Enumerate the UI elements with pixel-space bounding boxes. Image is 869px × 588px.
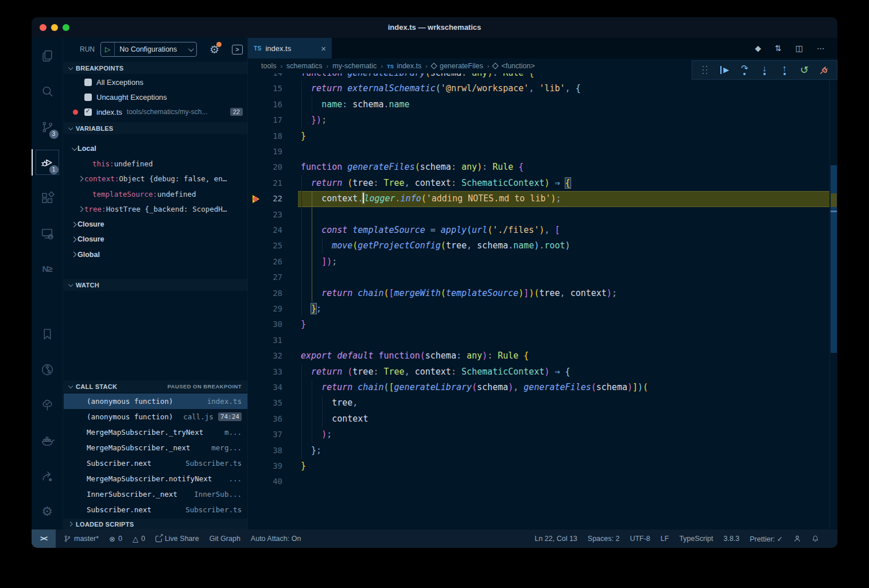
- code-line-36[interactable]: 36context: [248, 411, 837, 427]
- remote-indicator[interactable]: ><: [32, 529, 56, 548]
- breadcrumb-item[interactable]: generateFiles: [432, 62, 483, 70]
- activity-remote-explorer-icon[interactable]: [32, 216, 63, 251]
- editor-scrollbar[interactable]: [829, 59, 837, 529]
- variable-row-this[interactable]: this: undefined: [64, 156, 247, 171]
- debug-console-icon[interactable]: >: [232, 45, 243, 54]
- code-line-25[interactable]: 25move(getProjectConfig(tree, schema.nam…: [248, 238, 837, 254]
- indentation[interactable]: Spaces: 2: [588, 535, 620, 543]
- activity-live-share-icon[interactable]: [32, 458, 63, 494]
- disconnect-button[interactable]: [817, 62, 831, 78]
- scope-row-Closure[interactable]: Closure: [64, 217, 247, 232]
- breadcrumb-item[interactable]: TSindex.ts: [387, 62, 421, 70]
- activity-docker-icon[interactable]: [32, 423, 63, 458]
- step-out-button[interactable]: ↑: [778, 62, 792, 78]
- compare-changes-icon[interactable]: ⇅: [775, 44, 782, 53]
- cursor-position[interactable]: Ln 22, Col 13: [534, 535, 577, 543]
- call-stack-frame[interactable]: MergeMapSubscriber.notifyNext...: [64, 471, 247, 486]
- notifications-icon[interactable]: [812, 535, 819, 543]
- checkbox[interactable]: [84, 94, 92, 101]
- breakpoints-section-header[interactable]: BREAKPOINTS: [64, 62, 247, 74]
- breakpoint-row[interactable]: Uncaught Exceptions: [64, 89, 247, 104]
- activity-search-icon[interactable]: [32, 73, 63, 109]
- code-line-22[interactable]: 22context.logger.info('adding NOTES.md t…: [248, 191, 837, 207]
- activity-settings-gear-icon[interactable]: ⚙: [32, 494, 63, 529]
- restart-button[interactable]: ↺: [797, 62, 811, 78]
- call-stack-frame[interactable]: MergeMapSubscriber._nextmerg...: [64, 440, 247, 455]
- code-editor[interactable]: 14function generateLibrary(schema: any):…: [248, 73, 837, 529]
- code-line-37[interactable]: 37);: [248, 427, 837, 443]
- title-bar[interactable]: index.ts — wrkschematics: [32, 17, 837, 38]
- continue-button[interactable]: ▶: [718, 62, 732, 78]
- code-line-32[interactable]: 32export default function(schema: any): …: [248, 348, 837, 364]
- problems-warnings[interactable]: △0: [133, 535, 145, 543]
- code-line-20[interactable]: 20function generateFiles(schema: any): R…: [248, 159, 837, 176]
- scope-row-Global[interactable]: Global: [64, 247, 247, 262]
- breakpoint-row[interactable]: index.tstools/schematics/my-sch...22: [64, 104, 247, 119]
- variables-section-header[interactable]: VARIABLES: [64, 122, 247, 134]
- call-stack-frame[interactable]: Subscriber.nextSubscriber.ts: [64, 455, 247, 471]
- loaded-scripts-section-header[interactable]: LOADED SCRIPTS: [64, 519, 247, 529]
- checkbox[interactable]: [84, 108, 92, 116]
- eol[interactable]: LF: [661, 535, 669, 543]
- breakpoint-row[interactable]: All Exceptions: [64, 75, 247, 89]
- start-debug-icon[interactable]: ▷: [101, 42, 115, 56]
- code-line-17[interactable]: 17});: [248, 112, 837, 128]
- code-line-35[interactable]: 35tree,: [248, 395, 837, 411]
- tab-index-ts[interactable]: TS index.ts ×: [248, 38, 332, 59]
- code-line-16[interactable]: 16name: schema.name: [248, 97, 837, 113]
- call-stack-section-header[interactable]: CALL STACKPAUSED ON BREAKPOINT: [64, 380, 247, 392]
- code-line-33[interactable]: 33return (tree: Tree, context: Schematic…: [248, 364, 837, 380]
- variable-row-tree[interactable]: tree: HostTree {_backend: ScopedH…: [64, 202, 247, 217]
- configure-gear-icon[interactable]: ⚙: [210, 43, 219, 56]
- code-line-31[interactable]: 31: [248, 333, 837, 349]
- call-stack-frame[interactable]: MergeMapSubscriber._tryNextm...: [64, 425, 247, 440]
- call-stack-frame[interactable]: (anonymous function)index.ts: [64, 394, 247, 409]
- breadcrumb-item[interactable]: schematics: [286, 62, 323, 70]
- auto-attach[interactable]: Auto Attach: On: [251, 535, 301, 543]
- code-line-15[interactable]: 15return externalSchematic('@nrwl/worksp…: [248, 81, 837, 97]
- code-line-40[interactable]: 40: [248, 474, 837, 490]
- code-line-38[interactable]: 38};: [248, 443, 837, 459]
- activity-bookmarks-icon[interactable]: [32, 316, 63, 352]
- call-stack-frame[interactable]: Subscriber.nextSubscriber.ts: [64, 502, 247, 517]
- breadcrumb-item[interactable]: tools: [261, 62, 276, 70]
- split-editor-icon[interactable]: ◫: [796, 44, 803, 53]
- launch-configuration-dropdown[interactable]: ▷ No Configurations: [100, 42, 197, 57]
- code-line-34[interactable]: 34return chain([generateLibrary(schema),…: [248, 380, 837, 396]
- git-branch[interactable]: master*: [64, 535, 99, 543]
- ts-version[interactable]: 3.8.3: [723, 535, 739, 543]
- code-line-30[interactable]: 30}: [248, 317, 837, 333]
- encoding[interactable]: UTF-8: [630, 535, 650, 543]
- activity-nx-console-icon[interactable]: N≥: [32, 251, 63, 287]
- activity-test-explorer-icon[interactable]: [32, 387, 63, 423]
- code-line-29[interactable]: 29};: [248, 301, 837, 317]
- feedback-icon[interactable]: [793, 535, 801, 543]
- code-line-26[interactable]: 26]);: [248, 254, 837, 270]
- scope-row-Local[interactable]: Local: [64, 141, 247, 156]
- more-actions-icon[interactable]: ⋯: [817, 44, 825, 53]
- prettier[interactable]: Prettier: ✓: [750, 535, 783, 543]
- activity-explorer-icon[interactable]: [32, 38, 63, 73]
- breadcrumb-item[interactable]: <function>: [493, 62, 534, 70]
- drag-handle[interactable]: [698, 62, 712, 78]
- step-over-button[interactable]: ↷: [738, 62, 751, 78]
- code-line-18[interactable]: 18}: [248, 128, 837, 145]
- code-line-27[interactable]: 27: [248, 270, 837, 286]
- problems-errors[interactable]: ⊗0: [109, 535, 122, 543]
- code-line-39[interactable]: 39}: [248, 458, 837, 474]
- git-graph[interactable]: Git Graph: [210, 535, 240, 543]
- activity-extensions-icon[interactable]: [32, 180, 63, 216]
- call-stack-frame[interactable]: InnerSubscriber._nextInnerSub...: [64, 486, 247, 502]
- open-changes-icon[interactable]: ◆: [755, 44, 761, 53]
- checkbox[interactable]: [84, 79, 92, 86]
- language-mode[interactable]: TypeScript: [679, 535, 713, 543]
- step-into-button[interactable]: ↓: [758, 62, 771, 78]
- activity-run-debug-icon[interactable]: 1: [32, 145, 63, 180]
- watch-section-header[interactable]: WATCH: [64, 279, 247, 291]
- activity-gitlens-icon[interactable]: [32, 352, 63, 387]
- activity-source-control-icon[interactable]: 3: [32, 109, 63, 145]
- close-tab-icon[interactable]: ×: [321, 44, 326, 53]
- call-stack-frame[interactable]: (anonymous function)call.js74:24: [64, 409, 247, 425]
- variable-row-templateSource[interactable]: templateSource: undefined: [64, 186, 247, 201]
- code-line-21[interactable]: 21return (tree: Tree, context: Schematic…: [248, 176, 837, 192]
